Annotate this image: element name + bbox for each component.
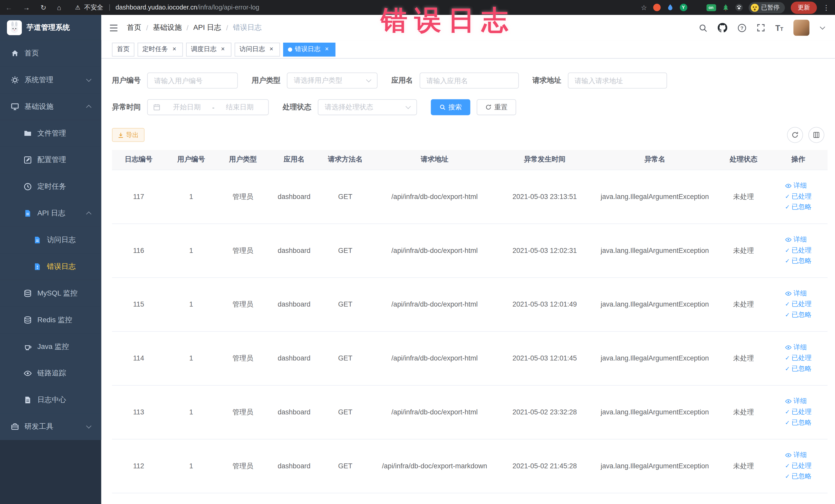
browser-home-icon[interactable]: ⌂: [57, 4, 61, 11]
sidebar-item-infrastructure[interactable]: 基础设施: [0, 94, 101, 120]
detail-link[interactable]: 详细: [785, 235, 807, 244]
cell-url: /api/infra/db-doc/export-html: [371, 385, 498, 439]
extension-icon-paw[interactable]: [735, 4, 742, 11]
refresh-button[interactable]: [787, 127, 803, 143]
sidebar-item-log-center[interactable]: 日志中心: [0, 387, 101, 414]
breadcrumb-home[interactable]: 首页: [127, 23, 141, 32]
admin-app: 芋道管理系统 首页系统管理基础设施文件管理配置管理定时任务API 日志访问日志错…: [0, 15, 835, 504]
processed-link[interactable]: ✓已处理: [785, 246, 811, 255]
tab-1[interactable]: 定时任务×: [138, 42, 183, 56]
app-logo-row[interactable]: 芋道管理系统: [0, 15, 101, 40]
sidebar-item-api-log[interactable]: API 日志: [0, 200, 101, 227]
column-header-4: 请求方法名: [319, 150, 371, 170]
tab-0[interactable]: 首页: [112, 42, 134, 56]
sidebar-item-dev-tools[interactable]: 研发工具: [0, 414, 101, 440]
github-icon[interactable]: [718, 23, 727, 32]
sidebar-item-java-monitor[interactable]: Java 监控: [0, 333, 101, 360]
ignore-link[interactable]: ✓已忽略: [785, 418, 811, 427]
sidebar-item-home[interactable]: 首页: [0, 40, 101, 67]
chevron-down-icon: [406, 104, 411, 109]
detail-link[interactable]: 详细: [785, 397, 807, 406]
tab-close-icon[interactable]: ×: [219, 46, 227, 53]
tab-close-icon[interactable]: ×: [323, 46, 331, 53]
sidebar-item-error-log[interactable]: 错误日志: [0, 254, 101, 280]
tab-3[interactable]: 访问日志×: [235, 42, 280, 56]
extension-icon-grid[interactable]: [693, 4, 700, 11]
cell-actions: 详细✓已处理✓已忽略: [769, 331, 828, 385]
kebab-menu-icon[interactable]: ⋮: [823, 4, 830, 11]
address-bar[interactable]: ⚠ 不安全 dashboard.yudao.iocoder.cn/infra/l…: [75, 3, 641, 12]
select-placeholder: 请选择用户类型: [294, 76, 342, 85]
header-search-icon[interactable]: [698, 23, 708, 32]
cell-status: 未处理: [718, 439, 769, 493]
processed-link[interactable]: ✓已处理: [785, 461, 811, 470]
search-button[interactable]: 搜索: [431, 99, 470, 115]
cell-time: 2021-05-02 23:32:28: [498, 385, 591, 439]
sidebar-item-file-mgmt[interactable]: 文件管理: [0, 120, 101, 147]
cell-log-id: 112: [112, 439, 165, 493]
detail-link[interactable]: 详细: [785, 343, 807, 352]
sidebar-item-redis-monitor[interactable]: Redis 监控: [0, 306, 101, 333]
sidebar-item-config-mgmt[interactable]: 配置管理: [0, 147, 101, 173]
reload-icon[interactable]: ↻: [41, 4, 46, 11]
app-name-input[interactable]: [420, 73, 518, 88]
sidebar-item-link-trace[interactable]: 链路追踪: [0, 360, 101, 387]
breadcrumb-api-log[interactable]: API 日志: [193, 23, 221, 32]
request-url-input[interactable]: [568, 73, 667, 88]
user-id-input[interactable]: [147, 73, 238, 88]
extension-icon-on-badge[interactable]: on: [706, 4, 716, 11]
chevron-down-icon: [366, 77, 371, 82]
extension-icon-blue-drop[interactable]: [666, 4, 674, 11]
help-icon[interactable]: ?: [737, 23, 747, 32]
export-button[interactable]: 导出: [112, 128, 144, 142]
back-icon[interactable]: ←: [5, 4, 12, 11]
sidebar-item-label: 访问日志: [47, 235, 76, 245]
sidebar-item-system-mgmt[interactable]: 系统管理: [0, 67, 101, 94]
action-label: 已忽略: [791, 257, 811, 265]
tab-close-icon[interactable]: ×: [171, 46, 178, 53]
extension-icon-tree[interactable]: [722, 4, 729, 11]
breadcrumb-infrastructure[interactable]: 基础设施: [153, 23, 182, 32]
ignore-link[interactable]: ✓已忽略: [785, 203, 811, 211]
user-avatar[interactable]: [793, 20, 809, 36]
column-settings-button[interactable]: [808, 127, 824, 143]
detail-link[interactable]: 详细: [785, 181, 807, 190]
hamburger-icon[interactable]: [110, 24, 119, 32]
ignore-link[interactable]: ✓已忽略: [785, 364, 811, 373]
exception-time-range-picker[interactable]: 开始日期 - 结束日期: [147, 99, 269, 115]
process-status-select[interactable]: 请选择处理状态: [318, 99, 417, 115]
extension-icon-red[interactable]: [653, 4, 660, 11]
tab-close-icon[interactable]: ×: [268, 46, 275, 53]
sidebar-item-label: 日志中心: [37, 395, 66, 405]
processed-link[interactable]: ✓已处理: [785, 300, 811, 309]
avatar-caret-icon[interactable]: [820, 24, 825, 29]
filter-exception-time: 异常时间 开始日期 - 结束日期: [112, 99, 269, 115]
ignore-link[interactable]: ✓已忽略: [785, 310, 811, 319]
reset-button[interactable]: 重置: [477, 99, 516, 115]
sidebar-item-access-log[interactable]: 访问日志: [0, 227, 101, 254]
cell-user-id: 1: [165, 439, 217, 493]
processed-link[interactable]: ✓已处理: [785, 354, 811, 363]
browser-update-button[interactable]: 更新: [791, 1, 817, 14]
font-size-icon[interactable]: TT: [775, 23, 783, 32]
paused-extension-chip[interactable]: 已暂停: [748, 2, 785, 13]
exception-time-label: 异常时间: [112, 102, 141, 112]
ignore-link[interactable]: ✓已忽略: [785, 472, 811, 481]
sidebar-item-scheduled-jobs[interactable]: 定时任务: [0, 173, 101, 200]
filter-process-status: 处理状态 请选择处理状态: [283, 99, 417, 115]
user-type-select[interactable]: 请选择用户类型: [287, 73, 378, 88]
bookmark-star-icon[interactable]: ☆: [641, 4, 647, 11]
processed-link[interactable]: ✓已处理: [785, 192, 811, 201]
detail-link[interactable]: 详细: [785, 450, 807, 460]
extension-icon-green-y[interactable]: Y: [680, 4, 687, 11]
tab-2[interactable]: 调度日志×: [186, 42, 231, 56]
fullscreen-icon[interactable]: [757, 23, 765, 32]
filter-row-1: 用户编号 用户类型 请选择用户类型 应用名: [112, 73, 824, 88]
ignore-link[interactable]: ✓已忽略: [785, 257, 811, 265]
forward-icon[interactable]: →: [23, 4, 30, 11]
processed-link[interactable]: ✓已处理: [785, 407, 811, 417]
file-icon: [23, 129, 32, 138]
detail-link[interactable]: 详细: [785, 289, 807, 298]
sidebar-item-mysql-monitor[interactable]: MySQL 监控: [0, 280, 101, 307]
tab-4[interactable]: 错误日志×: [283, 42, 335, 56]
